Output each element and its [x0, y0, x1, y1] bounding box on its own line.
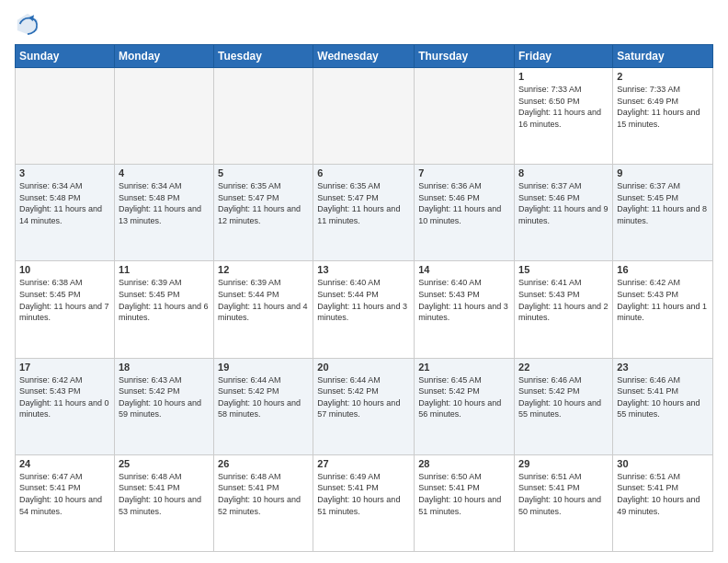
- day-info: Sunrise: 6:51 AM Sunset: 5:41 PM Dayligh…: [617, 471, 709, 517]
- day-info: Sunrise: 6:46 AM Sunset: 5:42 PM Dayligh…: [518, 374, 609, 420]
- week-row-4: 24Sunrise: 6:47 AM Sunset: 5:41 PM Dayli…: [16, 454, 713, 551]
- day-number: 12: [218, 264, 309, 275]
- calendar-cell: 24Sunrise: 6:47 AM Sunset: 5:41 PM Dayli…: [16, 454, 115, 551]
- calendar-cell: 19Sunrise: 6:44 AM Sunset: 5:42 PM Dayli…: [214, 358, 313, 454]
- calendar-cell: 10Sunrise: 6:38 AM Sunset: 5:45 PM Dayli…: [16, 261, 115, 358]
- day-info: Sunrise: 6:51 AM Sunset: 5:41 PM Dayligh…: [518, 471, 609, 517]
- day-info: Sunrise: 6:44 AM Sunset: 5:42 PM Dayligh…: [317, 374, 410, 420]
- day-info: Sunrise: 6:40 AM Sunset: 5:43 PM Dayligh…: [418, 277, 510, 323]
- calendar-cell: 30Sunrise: 6:51 AM Sunset: 5:41 PM Dayli…: [613, 454, 713, 551]
- day-number: 20: [317, 362, 410, 373]
- calendar-cell: 18Sunrise: 6:43 AM Sunset: 5:42 PM Dayli…: [114, 358, 213, 454]
- day-info: Sunrise: 6:47 AM Sunset: 5:41 PM Dayligh…: [19, 471, 110, 517]
- day-info: Sunrise: 6:48 AM Sunset: 5:41 PM Dayligh…: [218, 471, 309, 517]
- day-number: 29: [518, 458, 609, 469]
- calendar-cell: [415, 68, 515, 165]
- calendar-cell: 16Sunrise: 6:42 AM Sunset: 5:43 PM Dayli…: [613, 261, 713, 358]
- header-sunday: Sunday: [16, 45, 115, 68]
- header-wednesday: Wednesday: [313, 45, 415, 68]
- day-info: Sunrise: 6:36 AM Sunset: 5:46 PM Dayligh…: [418, 180, 510, 226]
- calendar-cell: 2Sunrise: 7:33 AM Sunset: 6:49 PM Daylig…: [613, 68, 713, 165]
- day-number: 5: [218, 167, 309, 178]
- day-info: Sunrise: 6:39 AM Sunset: 5:44 PM Dayligh…: [218, 277, 309, 323]
- week-row-2: 10Sunrise: 6:38 AM Sunset: 5:45 PM Dayli…: [16, 261, 713, 358]
- day-info: Sunrise: 6:42 AM Sunset: 5:43 PM Dayligh…: [19, 374, 110, 420]
- calendar-cell: [214, 68, 313, 165]
- calendar-table: SundayMondayTuesdayWednesdayThursdayFrid…: [15, 44, 713, 552]
- day-number: 3: [19, 167, 110, 178]
- calendar-cell: 17Sunrise: 6:42 AM Sunset: 5:43 PM Dayli…: [16, 358, 115, 454]
- day-info: Sunrise: 6:49 AM Sunset: 5:41 PM Dayligh…: [317, 471, 410, 517]
- day-info: Sunrise: 6:35 AM Sunset: 5:47 PM Dayligh…: [218, 180, 309, 226]
- calendar-cell: 26Sunrise: 6:48 AM Sunset: 5:41 PM Dayli…: [214, 454, 313, 551]
- day-number: 13: [317, 264, 410, 275]
- day-info: Sunrise: 6:44 AM Sunset: 5:42 PM Dayligh…: [218, 374, 309, 420]
- calendar-cell: 11Sunrise: 6:39 AM Sunset: 5:45 PM Dayli…: [114, 261, 213, 358]
- day-number: 1: [518, 71, 609, 82]
- header-tuesday: Tuesday: [214, 45, 313, 68]
- calendar-cell: 9Sunrise: 6:37 AM Sunset: 5:45 PM Daylig…: [613, 165, 713, 261]
- calendar-cell: 15Sunrise: 6:41 AM Sunset: 5:43 PM Dayli…: [515, 261, 613, 358]
- calendar-header-row: SundayMondayTuesdayWednesdayThursdayFrid…: [16, 45, 713, 68]
- calendar-cell: 25Sunrise: 6:48 AM Sunset: 5:41 PM Dayli…: [114, 454, 213, 551]
- day-number: 21: [418, 362, 510, 373]
- day-number: 18: [119, 362, 210, 373]
- day-number: 23: [617, 362, 709, 373]
- day-number: 7: [418, 167, 510, 178]
- calendar-cell: [313, 68, 415, 165]
- day-number: 4: [119, 167, 210, 178]
- header: [15, 11, 713, 37]
- calendar-cell: 14Sunrise: 6:40 AM Sunset: 5:43 PM Dayli…: [415, 261, 515, 358]
- day-number: 30: [617, 458, 709, 469]
- day-number: 16: [617, 264, 709, 275]
- calendar-cell: 28Sunrise: 6:50 AM Sunset: 5:41 PM Dayli…: [415, 454, 515, 551]
- calendar-cell: 6Sunrise: 6:35 AM Sunset: 5:47 PM Daylig…: [313, 165, 415, 261]
- day-info: Sunrise: 6:50 AM Sunset: 5:41 PM Dayligh…: [418, 471, 510, 517]
- day-number: 9: [617, 167, 709, 178]
- day-info: Sunrise: 6:35 AM Sunset: 5:47 PM Dayligh…: [317, 180, 410, 226]
- calendar-cell: 12Sunrise: 6:39 AM Sunset: 5:44 PM Dayli…: [214, 261, 313, 358]
- calendar-cell: 4Sunrise: 6:34 AM Sunset: 5:48 PM Daylig…: [114, 165, 213, 261]
- day-info: Sunrise: 6:42 AM Sunset: 5:43 PM Dayligh…: [617, 277, 709, 323]
- logo: [15, 11, 44, 37]
- day-info: Sunrise: 6:38 AM Sunset: 5:45 PM Dayligh…: [19, 277, 110, 323]
- day-number: 15: [518, 264, 609, 275]
- day-number: 2: [617, 71, 709, 82]
- calendar-cell: 21Sunrise: 6:45 AM Sunset: 5:42 PM Dayli…: [415, 358, 515, 454]
- day-number: 22: [518, 362, 609, 373]
- calendar-cell: 23Sunrise: 6:46 AM Sunset: 5:41 PM Dayli…: [613, 358, 713, 454]
- calendar-cell: 27Sunrise: 6:49 AM Sunset: 5:41 PM Dayli…: [313, 454, 415, 551]
- day-info: Sunrise: 7:33 AM Sunset: 6:49 PM Dayligh…: [617, 84, 709, 130]
- calendar-cell: 22Sunrise: 6:46 AM Sunset: 5:42 PM Dayli…: [515, 358, 613, 454]
- calendar-cell: [16, 68, 115, 165]
- page: SundayMondayTuesdayWednesdayThursdayFrid…: [0, 0, 728, 563]
- week-row-1: 3Sunrise: 6:34 AM Sunset: 5:48 PM Daylig…: [16, 165, 713, 261]
- day-number: 11: [119, 264, 210, 275]
- calendar-cell: 7Sunrise: 6:36 AM Sunset: 5:46 PM Daylig…: [415, 165, 515, 261]
- calendar-cell: 29Sunrise: 6:51 AM Sunset: 5:41 PM Dayli…: [515, 454, 613, 551]
- day-number: 19: [218, 362, 309, 373]
- week-row-3: 17Sunrise: 6:42 AM Sunset: 5:43 PM Dayli…: [16, 358, 713, 454]
- calendar-cell: 5Sunrise: 6:35 AM Sunset: 5:47 PM Daylig…: [214, 165, 313, 261]
- day-info: Sunrise: 6:43 AM Sunset: 5:42 PM Dayligh…: [119, 374, 210, 420]
- day-number: 26: [218, 458, 309, 469]
- header-thursday: Thursday: [415, 45, 515, 68]
- day-info: Sunrise: 6:48 AM Sunset: 5:41 PM Dayligh…: [119, 471, 210, 517]
- day-info: Sunrise: 6:45 AM Sunset: 5:42 PM Dayligh…: [418, 374, 510, 420]
- logo-icon: [15, 11, 40, 37]
- calendar-cell: 13Sunrise: 6:40 AM Sunset: 5:44 PM Dayli…: [313, 261, 415, 358]
- header-monday: Monday: [114, 45, 213, 68]
- calendar-cell: 1Sunrise: 7:33 AM Sunset: 6:50 PM Daylig…: [515, 68, 613, 165]
- header-friday: Friday: [515, 45, 613, 68]
- day-info: Sunrise: 6:41 AM Sunset: 5:43 PM Dayligh…: [518, 277, 609, 323]
- day-info: Sunrise: 7:33 AM Sunset: 6:50 PM Dayligh…: [518, 84, 609, 130]
- day-number: 10: [19, 264, 110, 275]
- calendar-cell: 20Sunrise: 6:44 AM Sunset: 5:42 PM Dayli…: [313, 358, 415, 454]
- day-number: 8: [518, 167, 609, 178]
- calendar-cell: [114, 68, 213, 165]
- day-number: 28: [418, 458, 510, 469]
- day-number: 6: [317, 167, 410, 178]
- day-info: Sunrise: 6:39 AM Sunset: 5:45 PM Dayligh…: [119, 277, 210, 323]
- week-row-0: 1Sunrise: 7:33 AM Sunset: 6:50 PM Daylig…: [16, 68, 713, 165]
- day-info: Sunrise: 6:40 AM Sunset: 5:44 PM Dayligh…: [317, 277, 410, 323]
